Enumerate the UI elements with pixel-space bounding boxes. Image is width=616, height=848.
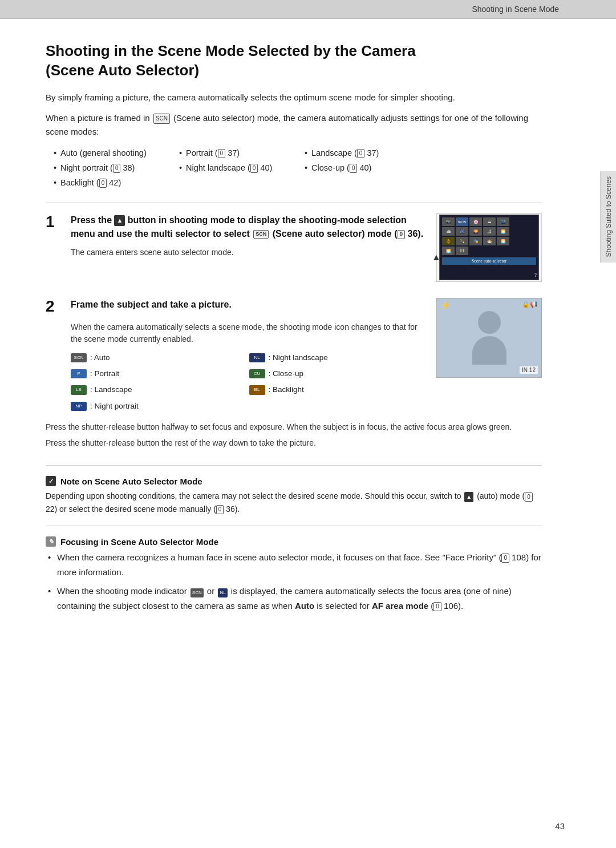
intro-para-2: When a picture is framed in SCN (Scene a… <box>46 111 542 139</box>
scene-modes-list: •Auto (general shooting) •Portrait (0 37… <box>51 146 542 190</box>
icon-closeup: CU : Close-up <box>249 367 428 381</box>
step-1-text: Press the ▲ button in shooting mode to d… <box>71 213 425 241</box>
icons-list: SCN : Auto NL : Night landscape P : Port… <box>71 351 427 413</box>
step-2-caption-3: Press the shutter-release button the res… <box>46 437 542 450</box>
note-focusing-box: ✎ Focusing in Scene Auto Selector Mode W… <box>46 536 542 613</box>
icon-night-portrait: NP : Night portrait <box>71 399 249 413</box>
header-title: Shooting in Scene Mode <box>472 5 559 14</box>
vf-icon-tl: ⚡ <box>440 301 450 310</box>
vf-icon-br: IN 12 <box>520 366 538 374</box>
step-2-text: Frame the subject and take a picture. <box>71 298 427 312</box>
note-focusing-title: ✎ Focusing in Scene Auto Selector Mode <box>46 536 542 547</box>
main-content: Shooting in the Scene Mode Selected by t… <box>0 19 616 657</box>
scene-mode-closeup: •Close-up (0 40) <box>302 160 428 175</box>
step-2-content-area: 2 Frame the subject and take a picture. … <box>46 298 542 418</box>
person-body <box>472 336 506 365</box>
pencil-icon: ✎ <box>46 536 56 547</box>
step-1-caption: The camera enters scene auto selector mo… <box>71 247 425 259</box>
sidebar-tab-text: Shooting Suited to Scenes <box>605 176 613 257</box>
scene-mode-landscape: •Landscape (0 37) <box>302 146 428 160</box>
step-2-left: 2 Frame the subject and take a picture. … <box>46 298 427 418</box>
icon-portrait: P : Portrait <box>71 367 249 381</box>
divider-1 <box>46 203 542 203</box>
step-2-caption-2: Press the shutter-release button halfway… <box>46 421 542 434</box>
icon-landscape: LS : Landscape <box>71 383 249 397</box>
step-1-number: 1 <box>46 213 62 231</box>
step-2-caption-1: When the camera automatically selects a … <box>71 321 427 345</box>
page: Shooting in Scene Mode Shooting Suited t… <box>0 0 616 848</box>
checkmark-icon: ✓ <box>46 476 56 486</box>
divider-3 <box>46 526 542 526</box>
note-scene-title: ✓ Note on Scene Auto Selector Mode <box>46 476 542 486</box>
icon-backlight: BL : Backlight <box>249 383 428 397</box>
icon-auto: SCN : Auto <box>71 351 249 365</box>
viewfinder-person <box>472 311 506 365</box>
icon-night-landscape: NL : Night landscape <box>249 351 428 365</box>
page-number: 43 <box>555 821 565 831</box>
step-1-content: 1 Press the ▲ button in shooting mode to… <box>46 213 425 259</box>
sidebar-tab: Shooting Suited to Scenes <box>600 171 616 263</box>
step-1-with-image: 1 Press the ▲ button in shooting mode to… <box>46 213 542 282</box>
divider-2 <box>46 465 542 466</box>
step-1-image: 📷 SCN 🌸 ⛰ 🌃 🏙 🎆 🌄 🏞 🌅 <box>436 213 542 282</box>
scene-mode-backlight: •Backlight (0 42) <box>51 175 177 190</box>
note-scene-text: Depending upon shooting conditions, the … <box>46 490 542 515</box>
viewfinder-image: ⚡ 🔒📢 IN 12 <box>436 298 542 378</box>
vf-icon-tr: 🔒📢 <box>522 301 538 308</box>
note-scene-box: ✓ Note on Scene Auto Selector Mode Depen… <box>46 476 542 515</box>
step-2-section: 2 Frame the subject and take a picture. … <box>46 298 542 449</box>
step-1-header: 1 Press the ▲ button in shooting mode to… <box>46 213 425 241</box>
intro-para-1: By simply framing a picture, the camera … <box>46 91 542 104</box>
step-1-section: 1 Press the ▲ button in shooting mode to… <box>46 213 542 282</box>
focusing-bullet-2: When the shooting mode indicator SCN or … <box>46 584 542 613</box>
scene-mode-portrait: •Portrait (0 37) <box>177 146 302 160</box>
scene-mode-night-landscape: •Night landscape (0 40) <box>177 160 302 175</box>
focusing-bullets: When the camera recognizes a human face … <box>46 550 542 613</box>
page-title: Shooting in the Scene Mode Selected by t… <box>46 42 542 80</box>
step-2-header: 2 Frame the subject and take a picture. <box>46 298 427 316</box>
screen-auto-selector-label: Scene auto selector <box>442 257 536 265</box>
person-head <box>478 311 501 334</box>
focusing-bullet-1: When the camera recognizes a human face … <box>46 550 542 579</box>
scene-mode-auto: •Auto (general shooting) <box>51 146 177 160</box>
scene-mode-night-portrait: •Night portrait (0 38) <box>51 160 177 175</box>
step-2-number: 2 <box>46 298 62 316</box>
header-bar: Shooting in Scene Mode <box>0 0 616 19</box>
